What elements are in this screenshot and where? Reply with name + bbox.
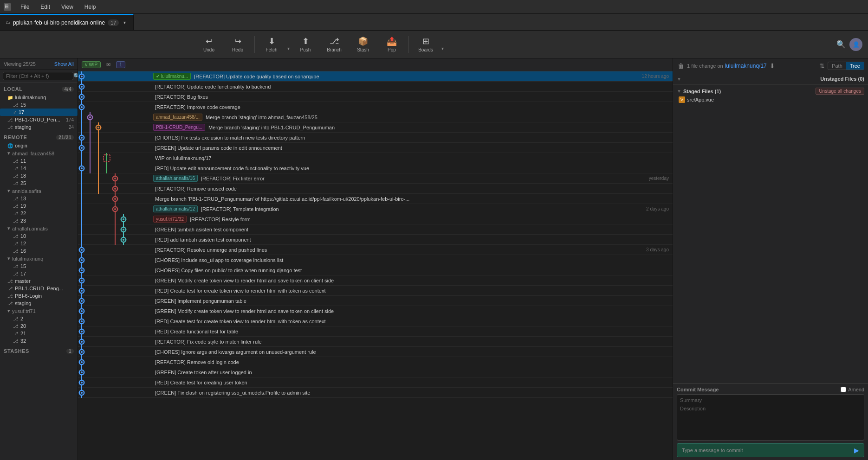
commit-row[interactable]: [GREEN] Fix clash on registering sso_ui.… (78, 388, 673, 398)
unstage-all-button[interactable]: Unstage all changes (816, 88, 864, 95)
commit-row[interactable]: [REFACTOR] Remove old login code (78, 357, 673, 367)
commit-row[interactable]: [RED] add tambah asisten test component (78, 235, 673, 245)
sidebar-item-remote-18[interactable]: ⎇18 (0, 172, 78, 179)
commit-row[interactable]: [GREEN] Implement pengumuman table (78, 296, 673, 306)
commit-row[interactable]: [RED] Create test for create token view … (78, 286, 673, 296)
redo-button[interactable]: ↪ Redo (224, 32, 252, 57)
commit-message-box[interactable]: Summary Description (677, 394, 864, 441)
commit-row[interactable]: ahmad_fauzan458/...Merge branch 'staging… (78, 112, 673, 122)
menu-file[interactable]: File (19, 3, 31, 11)
sidebar-item-staging-remote[interactable]: ⎇staging (0, 300, 78, 307)
type-message-bar[interactable]: Type a message to commit ▶ (677, 443, 864, 457)
amend-checkbox[interactable] (841, 387, 846, 392)
fetch-dropdown-arrow[interactable]: ▾ (286, 46, 291, 51)
commit-row[interactable]: [RED] Update edit announcement code func… (78, 163, 673, 173)
menu-help[interactable]: Help (83, 3, 98, 11)
commit-graph-cell (78, 255, 152, 265)
sidebar-item-remote-12[interactable]: ⎇12 (0, 240, 78, 247)
sidebar-item-pbi1-crud[interactable]: ⎇PBI-1-CRUD_Peng... (0, 285, 78, 292)
boards-button[interactable]: ⊞ Boards (412, 32, 440, 57)
sidebar-item-remote-21[interactable]: ⎇21 (0, 330, 78, 337)
svg-point-114 (81, 300, 83, 302)
show-all-link[interactable]: Show All (54, 61, 74, 67)
commit-row[interactable]: [REFACTOR] Resolve unmerge and pushed li… (78, 245, 673, 255)
sidebar-item-pbi1[interactable]: ⎇ PBI-1-CRUD_Pen... 174 (0, 116, 78, 123)
stash-button[interactable]: 📦 Stash (349, 32, 377, 57)
commit-row[interactable]: [GREEN] Modify create token view to rend… (78, 275, 673, 286)
sidebar-folder-ahmad[interactable]: ▾ ahmad_fauzan458 (0, 149, 78, 157)
sidebar-item-remote-14[interactable]: ⎇14 (0, 165, 78, 172)
commit-row[interactable]: [CHORES] Include sso_ui app to coverage … (78, 255, 673, 265)
commit-row[interactable]: athallah.annafis/16[REFACTOR] Fix linter… (78, 173, 673, 184)
commit-row[interactable]: [RED] Create test for create token view … (78, 316, 673, 326)
sidebar-item-remote-20[interactable]: ⎇20 (0, 322, 78, 330)
unstaged-title-row[interactable]: ▼ Unstaged Files (0) (677, 75, 864, 83)
commit-row[interactable]: athallah.annafis/12[REFACTOR] Template i… (78, 204, 673, 214)
sidebar-item-remote-10[interactable]: ⎇10 (0, 232, 78, 240)
fetch-label: Fetch (266, 47, 277, 52)
tree-button[interactable]: Tree (846, 62, 864, 70)
sidebar-folder-luluilmaknunq[interactable]: ▾ luluilmaknunq (0, 255, 78, 262)
user-avatar-button[interactable]: 👤 (849, 38, 862, 51)
sidebar-folder-annida[interactable]: ▾ annida.safira (0, 187, 78, 195)
branch-button[interactable]: ⎇ Branch (320, 32, 348, 57)
sidebar-item-staging[interactable]: ⎇ staging 24 (0, 123, 78, 131)
sidebar-folder-yusuf[interactable]: ▾ yusuf.tri71 (0, 307, 78, 315)
commit-row[interactable]: [CHORES] Copy files on public/ to dist/ … (78, 265, 673, 275)
commit-row[interactable]: [GREEN] Modify create token view to rend… (78, 306, 673, 316)
boards-dropdown-arrow[interactable]: ▾ (440, 46, 445, 51)
commit-row[interactable]: Merge branch 'PBI-1-CRUD_Pengumuman' of … (78, 194, 673, 204)
commit-row[interactable]: [REFACTOR] Remove unused code (78, 184, 673, 194)
sidebar-item-remote-11[interactable]: ⎇11 (0, 157, 78, 165)
commit-row[interactable]: [RED] Create test for creating user toke… (78, 377, 673, 388)
commit-row[interactable]: [REFACTOR] Fix code style to match linte… (78, 337, 673, 347)
sidebar-item-remote-16[interactable]: ⎇16 (0, 247, 78, 255)
sidebar-item-pbi6[interactable]: ⎇PBI-6-Login (0, 292, 78, 300)
sidebar-item-remote-15[interactable]: ⎇15 (0, 262, 78, 270)
sidebar-item-master[interactable]: ⎇master (0, 277, 78, 285)
sidebar-folder-athallah[interactable]: ▾ athallah.annafis (0, 224, 78, 232)
sidebar-item-remote-13[interactable]: ⎇13 (0, 195, 78, 202)
sidebar-item-luluilmaknunq[interactable]: 📁 luluilmaknunq (0, 94, 78, 101)
commit-row[interactable]: [GREEN] Update url params code in edit a… (78, 143, 673, 153)
commit-row[interactable]: [GREEN] tambah asisten test component (78, 224, 673, 235)
sidebar-item-remote-19[interactable]: ⎇19 (0, 202, 78, 210)
trash-button[interactable]: 🗑 (677, 61, 685, 70)
download-icon-button[interactable]: ⬇ (769, 61, 776, 70)
tab-badge-arrow[interactable]: ▾ (122, 20, 128, 25)
branch-link[interactable]: luluilmaknunq/17 (725, 63, 767, 69)
commit-row[interactable]: [REFACTOR] Update code functionality to … (78, 82, 673, 92)
sidebar-item-origin[interactable]: 🌐 origin (0, 142, 78, 149)
sort-icon-button[interactable]: ⇅ (818, 61, 826, 70)
commit-row[interactable]: [GREEN] Create token after user logged i… (78, 367, 673, 377)
sidebar-item-remote-23[interactable]: ⎇23 (0, 217, 78, 224)
fetch-button[interactable]: ⬇ Fetch (258, 32, 285, 57)
repo-tab[interactable]: 🗂 pplukan-feb-ui-biro-pendidikan-online … (0, 14, 134, 30)
sidebar-item-remote-25[interactable]: ⎇25 (0, 179, 78, 187)
sidebar-item-15[interactable]: ⎇ 15 (0, 101, 78, 109)
commit-row[interactable]: [REFACTOR] Bug fixes (78, 92, 673, 102)
sidebar-search-button[interactable]: 🔍 (73, 73, 78, 79)
commit-row[interactable]: PBI-1-CRUD_Pengu...Merge branch 'staging… (78, 122, 673, 133)
branch-filter-input[interactable] (3, 72, 73, 80)
search-button[interactable]: 🔍 (836, 40, 846, 49)
sidebar-item-remote-2[interactable]: ⎇2 (0, 315, 78, 322)
push-button[interactable]: ⬆ Push (291, 32, 319, 57)
sidebar-item-remote-32[interactable]: ⎇32 (0, 337, 78, 345)
sidebar-item-remote-22[interactable]: ⎇22 (0, 210, 78, 217)
commit-row[interactable]: [RED] Create functional test for table (78, 326, 673, 337)
commit-row[interactable]: [REFACTOR] Improve code coverage (78, 102, 673, 112)
commit-row[interactable]: yusuf.tri71/32[REFACTOR] Restyle form (78, 214, 673, 224)
sidebar-item-remote-17[interactable]: ⎇17 (0, 270, 78, 277)
path-button[interactable]: Path (828, 62, 846, 70)
menu-edit[interactable]: Edit (39, 3, 52, 11)
pop-button[interactable]: 📤 Pop (378, 32, 406, 57)
undo-button[interactable]: ↩ Undo (195, 32, 223, 57)
menu-view[interactable]: View (59, 3, 75, 11)
commit-row[interactable]: [CHORES] Fix tests exclusion to match ne… (78, 133, 673, 143)
commit-row[interactable]: WIP on luluilmaknunq/17 (78, 153, 673, 163)
staged-file-item[interactable]: V src/App.vue (677, 96, 864, 104)
sidebar-item-17[interactable]: ✓ 17 (0, 109, 78, 116)
commit-row[interactable]: [CHORES] Ignore args and kwargs argument… (78, 347, 673, 357)
commit-row[interactable]: ✔ luluilmaknu...[REFACTOR] Update code q… (78, 71, 673, 82)
